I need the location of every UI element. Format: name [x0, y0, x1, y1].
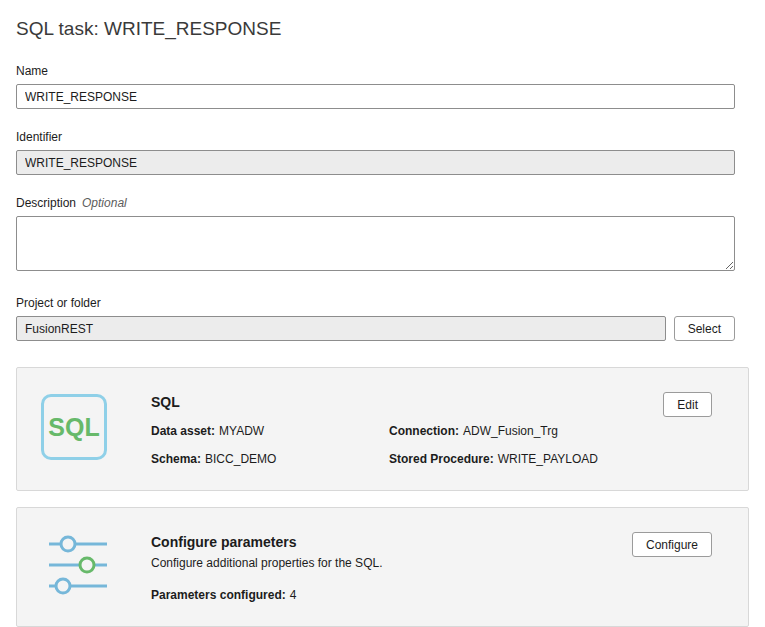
sql-card-content: SQL Data asset:MYADW Connection:ADW_Fusi… [151, 392, 663, 466]
sql-card: SQL SQL Data asset:MYADW Connection:ADW_… [16, 367, 749, 491]
data-asset-field: Data asset:MYADW [151, 424, 389, 438]
page-title: SQL task: WRITE_RESPONSE [16, 18, 749, 40]
select-button[interactable]: Select [674, 316, 735, 341]
parameters-card-description: Configure additional properties for the … [151, 556, 632, 570]
project-label: Project or folder [16, 296, 735, 310]
parameters-card-title: Configure parameters [151, 534, 632, 550]
stored-procedure-field: Stored Procedure:WRITE_PAYLOAD [389, 452, 663, 466]
name-input[interactable] [16, 84, 735, 109]
identifier-field-group: Identifier [16, 130, 735, 175]
configure-parameters-card: Configure parameters Configure additiona… [16, 507, 749, 627]
edit-button[interactable]: Edit [663, 392, 712, 417]
sql-task-page: SQL task: WRITE_RESPONSE Name Identifier… [0, 0, 765, 627]
configure-button[interactable]: Configure [632, 532, 712, 557]
description-label-text: Description [16, 196, 76, 210]
schema-field: Schema:BICC_DEMO [151, 452, 389, 466]
sql-card-fields: Data asset:MYADW Connection:ADW_Fusion_T… [151, 424, 663, 466]
sql-icon: SQL [41, 394, 107, 460]
description-textarea[interactable] [16, 216, 735, 271]
project-row: Select [16, 316, 735, 341]
sql-icon-text: SQL [48, 413, 99, 442]
sql-card-title: SQL [151, 394, 663, 410]
identifier-input [16, 150, 735, 175]
name-label: Name [16, 64, 735, 78]
sliders-icon [45, 532, 111, 602]
connection-field: Connection:ADW_Fusion_Trg [389, 424, 663, 438]
project-field-group: Project or folder Select [16, 296, 735, 341]
parameters-configured-field: Parameters configured:4 [151, 588, 632, 602]
description-field-group: DescriptionOptional [16, 196, 735, 275]
identifier-label: Identifier [16, 130, 735, 144]
description-label: DescriptionOptional [16, 196, 735, 210]
description-optional-hint: Optional [82, 196, 127, 210]
parameters-card-content: Configure parameters Configure additiona… [151, 532, 632, 602]
project-input [16, 316, 666, 341]
name-field-group: Name [16, 64, 735, 109]
